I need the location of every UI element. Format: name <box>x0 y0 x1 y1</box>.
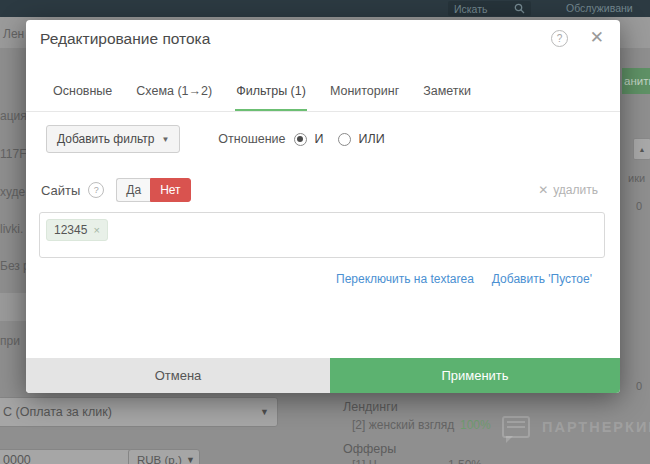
remove-tag-icon[interactable]: × <box>93 224 99 236</box>
search-icon[interactable] <box>514 3 525 14</box>
caret-up-icon: ▲ <box>639 146 646 153</box>
relation-label: Отношение <box>218 132 285 146</box>
apply-button[interactable]: Применить <box>330 358 620 393</box>
relation-radio-or[interactable] <box>338 133 351 146</box>
chevron-down-icon: ▼ <box>161 135 169 144</box>
background-save-button-partial[interactable]: анить <box>622 68 650 94</box>
currency-value: RUB (р.) <box>137 454 182 464</box>
background-text-fragment: худе <box>0 185 25 199</box>
relation-and-label[interactable]: И <box>314 132 323 146</box>
switch-textarea-link[interactable]: Переключить на textarea <box>336 272 474 286</box>
background-collapse-button[interactable]: ▲ <box>633 138 650 160</box>
delete-filter-link[interactable]: ✕ удалить <box>538 183 598 197</box>
offers-section-title: Офферы <box>343 442 396 456</box>
topbar: Искать Обслуживани <box>0 0 650 17</box>
help-icon[interactable]: ? <box>551 30 568 47</box>
toggle-no-button[interactable]: Нет <box>150 178 190 202</box>
sites-filter-label: Сайты <box>41 183 80 198</box>
add-filter-label: Добавить фильтр <box>57 132 154 146</box>
screenshot-root: Лен ация 117F худе livki. Без р при анит… <box>0 0 650 464</box>
background-text-fragment: Лен <box>3 27 24 41</box>
topbar-menu-service[interactable]: Обслуживани <box>566 2 633 14</box>
tab-main[interactable]: Основные <box>52 76 113 111</box>
delete-filter-label: удалить <box>553 183 598 197</box>
relation-radio-and[interactable] <box>294 133 307 146</box>
close-icon[interactable]: ✕ <box>590 27 604 48</box>
site-tag: 12345 × <box>46 219 108 241</box>
tab-filters[interactable]: Фильтры (1) <box>235 76 307 111</box>
tab-scheme[interactable]: Схема (1→2) <box>135 76 213 111</box>
toggle-yes-button[interactable]: Да <box>116 178 150 202</box>
cancel-button[interactable]: Отмена <box>26 358 330 393</box>
currency-select[interactable]: RUB (р.) ▼ <box>128 449 200 464</box>
sites-filter-row: Сайты ? Да Нет <box>41 178 191 202</box>
modal-title: Редактирование потока <box>40 30 210 48</box>
add-filter-button[interactable]: Добавить фильтр ▼ <box>46 125 180 153</box>
edit-flow-modal: Редактирование потока ? ✕ Основные Схема… <box>26 20 620 393</box>
tag-input-links: Переключить на textarea Добавить 'Пустое… <box>336 272 592 286</box>
amount-input[interactable]: 0000 <box>0 449 140 464</box>
landing-item: [2] женский взгляд <box>352 418 454 432</box>
background-row-highlight <box>0 293 26 321</box>
help-icon[interactable]: ? <box>88 182 104 198</box>
offer-percent: 1,50% <box>448 458 482 464</box>
background-text-fragment: 117F <box>0 147 26 161</box>
modal-tabs: Основные Схема (1→2) Фильтры (1) Монитор… <box>26 76 620 112</box>
background-count: 0 <box>636 380 642 392</box>
chevron-down-icon: ▼ <box>186 455 195 464</box>
watermark: ПАРТНЕРКИН <box>502 416 650 438</box>
offer-item: [1] Ч <box>352 458 377 464</box>
payment-type-value: С (Оплата за клик) <box>3 405 112 419</box>
relation-or-label[interactable]: ИЛИ <box>358 132 384 146</box>
background-count: 0 <box>636 200 642 212</box>
modal-footer: Отмена Применить <box>26 358 620 393</box>
search-placeholder: Искать <box>454 3 488 15</box>
add-empty-link[interactable]: Добавить 'Пустое' <box>492 272 592 286</box>
background-text-fragment: при <box>0 334 20 348</box>
amount-value: 0000 <box>3 453 31 464</box>
sites-tag-input[interactable]: 12345 × <box>39 212 605 258</box>
landings-section-title: Лендинги <box>343 400 398 414</box>
landing-percent: 100% <box>460 418 491 432</box>
close-icon: ✕ <box>538 183 548 197</box>
tab-monitoring[interactable]: Мониторинг <box>329 76 400 111</box>
background-text-fragment: ация <box>0 109 27 123</box>
watermark-logo-icon <box>502 416 530 438</box>
payment-type-select[interactable]: С (Оплата за клик) ▼ <box>0 397 278 427</box>
background-text-fragment: ики <box>628 172 645 184</box>
background-text-fragment: livki. <box>0 222 23 236</box>
filter-controls-row: Добавить фильтр ▼ Отношение И ИЛИ <box>46 125 393 153</box>
watermark-text: ПАРТНЕРКИН <box>542 419 650 435</box>
relation-group: Отношение И ИЛИ <box>218 132 392 146</box>
background-save-label: анить <box>624 75 650 87</box>
search-input[interactable]: Искать <box>448 1 531 16</box>
chevron-down-icon: ▼ <box>260 407 269 417</box>
yes-no-toggle: Да Нет <box>116 178 190 202</box>
tab-notes[interactable]: Заметки <box>422 76 472 111</box>
site-tag-value: 12345 <box>54 223 87 237</box>
